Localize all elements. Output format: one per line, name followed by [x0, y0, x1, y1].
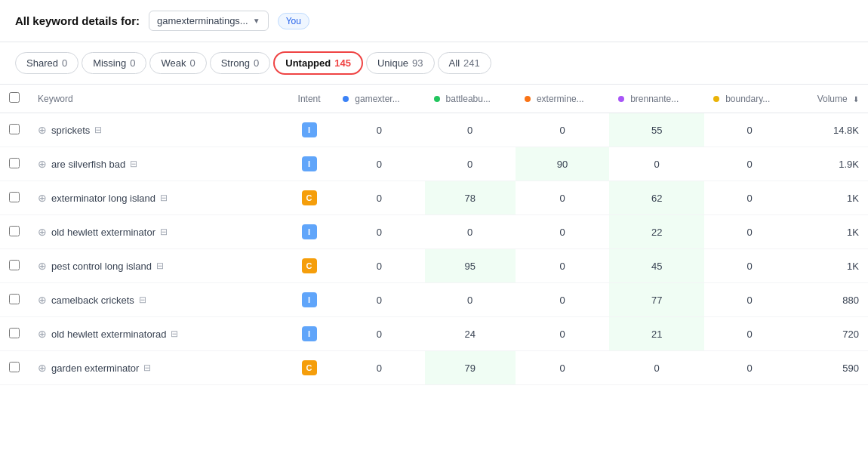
expand-icon[interactable]: ⊟	[143, 363, 151, 373]
expand-icon[interactable]: ⊟	[139, 295, 146, 305]
row-checkbox[interactable]	[9, 294, 20, 304]
col5-cell: 0	[704, 283, 795, 317]
col4-dot	[618, 96, 624, 102]
keyword-text: sprickets	[51, 125, 90, 136]
expand-icon[interactable]: ⊟	[160, 227, 168, 237]
plus-icon[interactable]: ⊕	[38, 294, 47, 306]
volume-cell: 1K	[795, 249, 868, 283]
col3-cell: 0	[516, 317, 609, 351]
keyword-cell: ⊕ are silverfish bad ⊟	[29, 147, 285, 181]
domain-selector[interactable]: gamexterminatings... ▼	[149, 11, 269, 31]
expand-icon[interactable]: ⊟	[94, 125, 102, 135]
th-col2: battleabu...	[425, 85, 516, 113]
tab-untapped[interactable]: Untapped 145	[273, 51, 363, 75]
col1-cell: 0	[334, 215, 424, 249]
volume-cell: 590	[795, 351, 868, 385]
row-checkbox-cell	[0, 249, 29, 283]
tab-missing[interactable]: Missing 0	[82, 52, 146, 74]
plus-icon[interactable]: ⊕	[38, 328, 47, 340]
th-volume[interactable]: Volume ⬇	[795, 85, 868, 113]
row-checkbox-cell	[0, 113, 29, 147]
table-body: ⊕ sprickets ⊟ I 0 0 0 55 0 14.8K ⊕ are s…	[0, 113, 868, 385]
row-checkbox[interactable]	[9, 260, 20, 270]
col3-cell: 0	[516, 113, 609, 147]
tab-count: 0	[189, 57, 195, 69]
tab-strong[interactable]: Strong 0	[210, 52, 271, 74]
col2-cell: 79	[425, 351, 516, 385]
intent-cell: I	[285, 215, 334, 249]
tab-count: 0	[254, 57, 259, 69]
th-select-all[interactable]	[0, 85, 29, 113]
intent-badge: C	[302, 190, 317, 205]
tab-label: Shared	[26, 57, 58, 69]
tab-count: 0	[62, 57, 67, 69]
expand-icon[interactable]: ⊟	[171, 329, 178, 339]
col3-cell: 0	[516, 351, 609, 385]
tab-count: 93	[412, 57, 423, 69]
col1-cell: 0	[334, 351, 424, 385]
plus-icon[interactable]: ⊕	[38, 158, 47, 170]
plus-icon[interactable]: ⊕	[38, 192, 47, 204]
col4-cell: 22	[609, 215, 704, 249]
intent-badge: I	[302, 122, 317, 137]
col2-dot	[434, 96, 440, 102]
expand-icon[interactable]: ⊟	[160, 193, 168, 203]
tab-label: Unique	[377, 57, 408, 69]
row-checkbox[interactable]	[9, 158, 20, 168]
keyword-text: garden exterminator	[51, 363, 139, 374]
row-checkbox-cell	[0, 215, 29, 249]
col3-cell: 0	[516, 181, 609, 215]
intent-cell: I	[285, 113, 334, 147]
col5-cell: 0	[704, 351, 795, 385]
table-row: ⊕ sprickets ⊟ I 0 0 0 55 0 14.8K	[0, 113, 868, 147]
col1-dot	[343, 96, 349, 102]
keyword-text: old hewlett exterminatorad	[51, 329, 166, 340]
col2-cell: 0	[425, 113, 516, 147]
col5-cell: 0	[704, 215, 795, 249]
expand-icon[interactable]: ⊟	[130, 159, 137, 169]
plus-icon[interactable]: ⊕	[38, 362, 47, 374]
intent-badge: I	[302, 292, 317, 307]
expand-icon[interactable]: ⊟	[156, 261, 164, 271]
intent-cell: I	[285, 317, 334, 351]
volume-cell: 720	[795, 317, 868, 351]
intent-badge: C	[302, 360, 317, 375]
keyword-cell: ⊕ pest control long island ⊟	[29, 249, 285, 283]
col5-cell: 0	[704, 249, 795, 283]
row-checkbox[interactable]	[9, 328, 20, 338]
row-checkbox[interactable]	[9, 362, 20, 372]
table-row: ⊕ camelback crickets ⊟ I 0 0 0 77 0 880	[0, 283, 868, 317]
table-row: ⊕ exterminator long island ⊟ C 0 78 0 62…	[0, 181, 868, 215]
row-checkbox[interactable]	[9, 192, 20, 202]
row-checkbox-cell	[0, 181, 29, 215]
col4-cell: 0	[609, 351, 704, 385]
you-badge: You	[278, 13, 309, 29]
col4-cell: 21	[609, 317, 704, 351]
tab-weak[interactable]: Weak 0	[149, 52, 206, 74]
keyword-text: camelback crickets	[51, 295, 134, 306]
col4-cell: 0	[609, 147, 704, 181]
table-wrapper: Keyword Intent gamexter... battleabu...	[0, 85, 868, 385]
intent-cell: C	[285, 181, 334, 215]
keyword-table: Keyword Intent gamexter... battleabu...	[0, 85, 868, 385]
row-checkbox[interactable]	[9, 124, 20, 134]
row-checkbox[interactable]	[9, 226, 20, 236]
table-row: ⊕ old hewlett exterminator ⊟ I 0 0 0 22 …	[0, 215, 868, 249]
header: All keyword details for: gamexterminatin…	[0, 0, 868, 42]
plus-icon[interactable]: ⊕	[38, 226, 47, 238]
tab-label: All	[449, 57, 460, 69]
tab-all[interactable]: All 241	[438, 52, 491, 74]
tab-unique[interactable]: Unique 93	[366, 52, 435, 74]
plus-icon[interactable]: ⊕	[38, 260, 47, 272]
row-checkbox-cell	[0, 317, 29, 351]
chevron-down-icon: ▼	[253, 17, 260, 25]
volume-cell: 880	[795, 283, 868, 317]
col2-cell: 95	[425, 249, 516, 283]
col3-cell: 0	[516, 283, 609, 317]
tab-shared[interactable]: Shared 0	[15, 52, 78, 74]
select-all-checkbox[interactable]	[9, 92, 20, 103]
col5-cell: 0	[704, 317, 795, 351]
keyword-text: exterminator long island	[51, 193, 155, 204]
col4-cell: 77	[609, 283, 704, 317]
plus-icon[interactable]: ⊕	[38, 124, 47, 136]
